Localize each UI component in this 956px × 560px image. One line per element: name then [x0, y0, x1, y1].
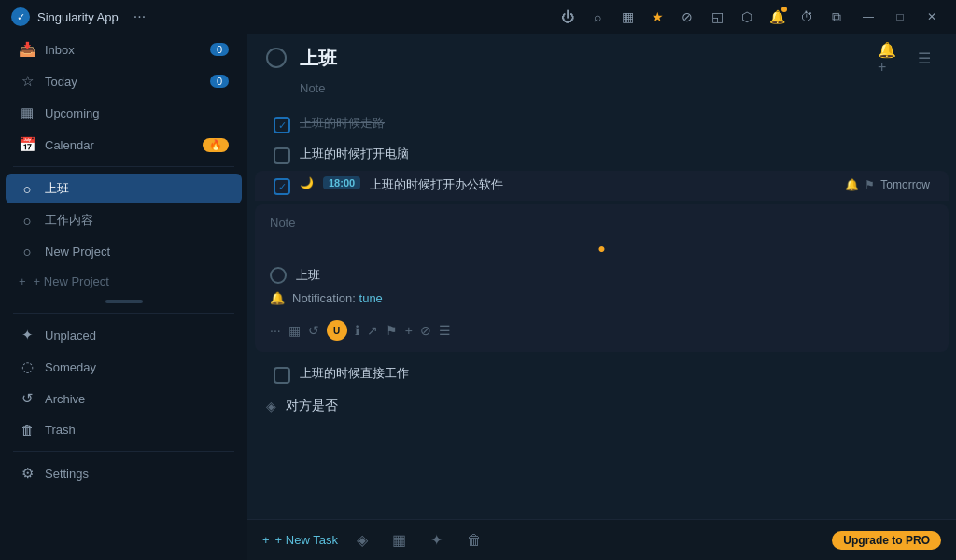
notification-text: Notification: tune	[292, 291, 383, 305]
footer-trash-icon[interactable]: 🗑	[461, 527, 487, 553]
sidebar-item-settings-label: Settings	[45, 467, 229, 481]
project-title: 上班	[300, 46, 865, 71]
task-checkbox-1[interactable]	[274, 117, 290, 133]
app-icon: ✓	[11, 7, 30, 26]
footer-grid-icon[interactable]: ▦	[387, 527, 413, 553]
upcoming-icon: ▦	[19, 105, 35, 121]
minimize-button[interactable]: —	[855, 4, 881, 30]
add-new-project-button[interactable]: + + New Project	[6, 268, 242, 295]
detail-flag-icon[interactable]: ⚑	[386, 323, 398, 338]
footer-project-icon[interactable]: ◈	[349, 527, 375, 553]
sidebar-item-gongzuo[interactable]: ○ 工作内容	[6, 205, 242, 235]
detail-more-icon[interactable]: ···	[270, 323, 281, 338]
project-task-icon: ◈	[266, 399, 276, 413]
new-project-label: + New Project	[34, 274, 109, 288]
sidebar-item-new-project-label: New Project	[45, 245, 229, 259]
task-detail-toolbar: ··· ▦ ↺ U ℹ ↗ ⚑ + ⊘ ☰	[270, 320, 934, 341]
detail-add-icon[interactable]: +	[405, 323, 413, 338]
task-item[interactable]: 上班的时候直接工作	[255, 359, 949, 389]
sidebar-divider-3	[13, 451, 234, 452]
scroll-bar	[105, 300, 143, 303]
today-icon: ☆	[19, 73, 35, 90]
sidebar-item-trash[interactable]: 🗑 Trash	[6, 415, 242, 444]
dot-decoration: ●	[598, 241, 605, 256]
sidebar-divider-2	[13, 313, 234, 314]
note-placeholder[interactable]: Note	[247, 77, 956, 99]
power-icon[interactable]: ⏻	[555, 4, 581, 30]
sidebar-item-someday[interactable]: ◌ Someday	[6, 352, 242, 382]
upgrade-button[interactable]: Upgrade to PRO	[832, 531, 941, 550]
sidebar-item-unplaced-label: Unplaced	[45, 329, 229, 343]
content-area: 上班 🔔+ ☰ Note 上班的时候走路 上班的时候打开电脑	[247, 34, 956, 560]
task-text-1: 上班的时候走路	[300, 115, 930, 132]
sidebar-item-calendar[interactable]: 📅 Calendar 🔥	[6, 130, 242, 160]
new-project-icon: ○	[19, 244, 35, 259]
task-item[interactable]: 上班的时候打开电脑	[255, 140, 949, 170]
flag-meta-icon: ⚑	[865, 178, 875, 191]
task-meta: 🔔 ⚑ Tomorrow	[845, 178, 930, 191]
search-icon[interactable]: ⌕	[584, 4, 611, 30]
detail-list-icon[interactable]: ☰	[439, 323, 451, 338]
sidebar-item-today[interactable]: ☆ Today 0	[6, 66, 242, 96]
sidebar-item-calendar-label: Calendar	[45, 138, 193, 152]
sidebar-item-settings[interactable]: ⚙ Settings	[6, 458, 242, 488]
sidebar-item-unplaced[interactable]: ✦ Unplaced	[6, 320, 242, 350]
detail-share-icon[interactable]: ↗	[367, 323, 378, 338]
sidebar-item-inbox[interactable]: 📥 Inbox 0	[6, 35, 242, 64]
task-notification: 🔔 Notification: tune	[270, 287, 934, 309]
titlebar-menu-dots[interactable]: ···	[134, 8, 146, 25]
hexagon-icon[interactable]: ⬡	[734, 4, 760, 30]
sidebar-item-today-label: Today	[45, 75, 201, 89]
grid-icon[interactable]: ▦	[614, 4, 640, 30]
bell-icon[interactable]: 🔔	[764, 4, 790, 30]
avatar: U	[327, 320, 347, 341]
star-icon[interactable]: ★	[644, 4, 670, 30]
detail-refresh-icon[interactable]: ↺	[308, 323, 319, 338]
task-checkbox-4[interactable]	[274, 367, 290, 384]
task-checkbox-3[interactable]	[274, 178, 290, 195]
archive-icon: ↺	[19, 390, 35, 407]
task-list: 上班的时候走路 上班的时候打开电脑 🌙 18:00 上班的时候打开办公软件 🔔 …	[247, 99, 956, 519]
close-button[interactable]: ✕	[919, 4, 945, 30]
task-checkbox-2[interactable]	[274, 147, 290, 164]
sub-task-circle[interactable]	[270, 267, 287, 284]
sidebar-item-new-project[interactable]: ○ New Project	[6, 237, 242, 266]
detail-grid-icon[interactable]: ▦	[288, 323, 301, 338]
bell-meta-icon: 🔔	[845, 178, 859, 191]
maximize-button[interactable]: □	[887, 4, 913, 30]
trash-icon: 🗑	[19, 422, 35, 438]
detail-info-icon[interactable]: ℹ	[355, 323, 359, 338]
notification-add-icon[interactable]: 🔔+	[878, 45, 904, 71]
titlebar-toolbar: ⏻ ⌕ ▦ ★ ⊘ ◱ ⬡ 🔔 ⏱ ⧉ — □ ✕	[555, 4, 945, 30]
expand-icon[interactable]: ◱	[704, 4, 730, 30]
task-due-label: Tomorrow	[880, 178, 930, 191]
menu-icon[interactable]: ☰	[911, 45, 937, 71]
sidebar-divider-1	[13, 166, 234, 167]
detail-tag-icon[interactable]: ⊘	[420, 323, 431, 338]
tag-icon[interactable]: ⊘	[674, 4, 700, 30]
detail-note-placeholder[interactable]: Note	[270, 216, 934, 230]
content-footer: + + New Task ◈ ▦ ✦ 🗑 Upgrade to PRO	[247, 519, 956, 560]
notification-bell-icon: 🔔	[270, 291, 285, 305]
notification-link[interactable]: tune	[359, 291, 383, 305]
project-circle[interactable]	[266, 48, 287, 68]
project-task[interactable]: ◈ 对方是否	[247, 390, 956, 422]
sidebar-item-shangban[interactable]: ○ 上班	[6, 174, 242, 203]
copy-icon[interactable]: ⧉	[823, 4, 850, 30]
task-sub-item[interactable]: 上班	[270, 263, 934, 287]
inbox-icon: 📥	[19, 41, 35, 58]
timer-icon[interactable]: ⏱	[794, 4, 820, 30]
task-text-3: 上班的时候打开办公软件	[370, 176, 836, 193]
task-time-badge[interactable]: 18:00	[323, 176, 360, 189]
footer-move-icon[interactable]: ✦	[424, 527, 450, 553]
content-header: 上班 🔔+ ☰	[247, 34, 956, 77]
sidebar-item-archive[interactable]: ↺ Archive	[6, 384, 242, 413]
task-item[interactable]: 上班的时候走路	[255, 109, 949, 139]
sidebar-item-gongzuo-label: 工作内容	[45, 212, 229, 229]
task-detail-panel: Note ● 上班 🔔 Notification: tune	[255, 204, 949, 352]
task-item-3[interactable]: 🌙 18:00 上班的时候打开办公软件 🔔 ⚑ Tomorrow	[255, 171, 949, 201]
today-badge: 0	[210, 75, 229, 88]
sidebar-item-upcoming[interactable]: ▦ Upcoming	[6, 98, 242, 128]
inbox-badge: 0	[210, 43, 229, 56]
new-task-button[interactable]: + + New Task	[262, 533, 338, 547]
